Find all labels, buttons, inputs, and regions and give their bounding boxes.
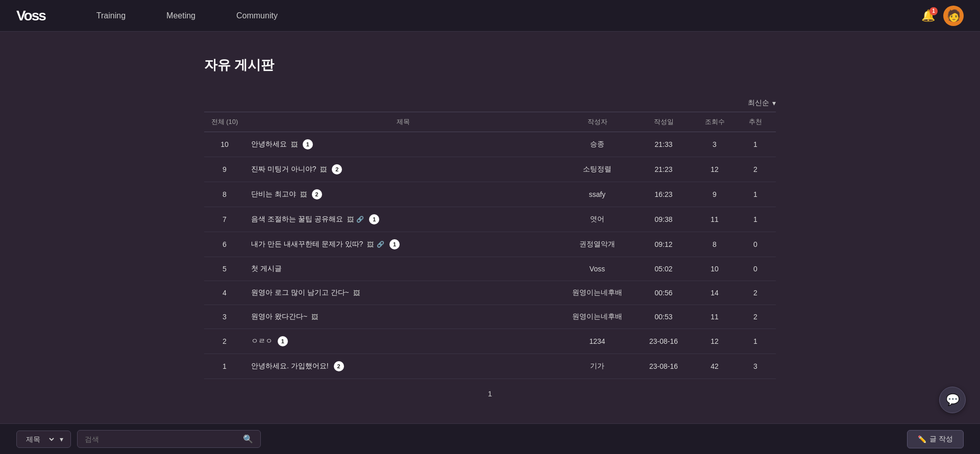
navbar: Voss Training Meeting Community 🔔 1 🧑 [0,0,980,32]
cell-likes: 1 [735,207,776,232]
image-icon: 🖼 [347,216,354,223]
notification-bell[interactable]: 🔔 1 [921,9,935,22]
table-row[interactable]: 3원영아 왔다간다~ 🖼원영이는네후배00:53112 [204,305,776,329]
nav-link-training[interactable]: Training [76,0,146,32]
table-row[interactable]: 10안녕하세요 🖼 1승종21:3331 [204,132,776,157]
sort-label: 최신순 [748,98,769,108]
cell-num: 2 [204,329,245,354]
cell-date: 09:38 [633,207,694,232]
cell-title[interactable]: 단비는 최고야 🖼 2 [245,182,561,207]
cell-author: 원영이는네후배 [561,281,633,305]
col-header-date: 작성일 [633,112,694,132]
image-icon: 🖼 [300,191,307,198]
cell-num: 6 [204,232,245,257]
cell-title[interactable]: 원영아 왔다간다~ 🖼 [245,305,561,329]
comment-badge: 2 [332,164,342,174]
cell-author: 권정열악개 [561,232,633,257]
comment-badge: 2 [312,189,322,199]
image-icon: 🖼 [291,141,298,148]
cell-num: 1 [204,354,245,379]
comment-badge: 1 [303,139,313,149]
cell-date: 09:12 [633,232,694,257]
cell-date: 05:02 [633,257,694,281]
cell-date: 21:23 [633,157,694,182]
cell-num: 4 [204,281,245,305]
chat-fab-button[interactable]: 💬 [939,387,966,413]
filter-dropdown[interactable]: 제목 내용 작성자 [24,435,56,444]
board-table: 전체 (10) 제목 작성자 작성일 조회수 추천 10안녕하세요 🖼 1승종2… [204,112,776,379]
cell-title[interactable]: 진짜 미팅거 아니야? 🖼 2 [245,157,561,182]
table-row[interactable]: 4원영아 로그 많이 남기고 간다~ 🖼원영이는네후배00:56142 [204,281,776,305]
link-icon: 🔗 [356,216,364,223]
cell-title[interactable]: 안녕하세요. 가입했어요! 2 [245,354,561,379]
table-row[interactable]: 8단비는 최고야 🖼 2ssafy16:2391 [204,182,776,207]
image-icon: 🖼 [311,313,318,321]
cell-views: 11 [694,305,735,329]
col-header-views: 조회수 [694,112,735,132]
cell-likes: 3 [735,354,776,379]
cell-num: 10 [204,132,245,157]
cell-likes: 1 [735,132,776,157]
chevron-down-icon: ▾ [60,435,63,443]
cell-num: 8 [204,182,245,207]
sort-select[interactable]: 최신순 ▾ [748,98,776,108]
search-icon: 🔍 [243,434,253,444]
cell-author: 승종 [561,132,633,157]
cell-num: 7 [204,207,245,232]
col-header-title: 제목 [245,112,561,132]
table-row[interactable]: 5첫 게시글Voss05:02100 [204,257,776,281]
cell-title[interactable]: ㅇㄹㅇ 1 [245,329,561,354]
write-label: 글 작성 [929,435,953,444]
cell-title[interactable]: 안녕하세요 🖼 1 [245,132,561,157]
cell-num: 3 [204,305,245,329]
cell-views: 9 [694,182,735,207]
cell-author: 소팅정렬 [561,157,633,182]
cell-date: 23-08-16 [633,354,694,379]
cell-views: 42 [694,354,735,379]
cell-author: 엿어 [561,207,633,232]
cell-views: 10 [694,257,735,281]
nav-right: 🔔 1 🧑 [921,6,964,26]
table-row[interactable]: 6내가 만든 내새꾸한테 문제가 있따? 🖼 🔗 1권정열악개09:1280 [204,232,776,257]
cell-date: 21:33 [633,132,694,157]
table-row[interactable]: 7음색 조절하는 꿀팁 공유해요 🖼 🔗 1엿어09:38111 [204,207,776,232]
cell-author: 기가 [561,354,633,379]
nav-links: Training Meeting Community [76,0,921,32]
cell-views: 12 [694,329,735,354]
cell-likes: 1 [735,329,776,354]
cell-author: ssafy [561,182,633,207]
write-button[interactable]: ✏️ 글 작성 [907,430,964,448]
cell-title[interactable]: 첫 게시글 [245,257,561,281]
cell-title[interactable]: 원영아 로그 많이 남기고 간다~ 🖼 [245,281,561,305]
cell-likes: 2 [735,157,776,182]
search-filter-select[interactable]: 제목 내용 작성자 ▾ [16,431,71,448]
logo[interactable]: Voss [16,8,45,24]
nav-link-community[interactable]: Community [216,0,298,32]
notification-badge: 1 [929,7,938,15]
chevron-down-icon: ▾ [772,99,776,107]
table-row[interactable]: 9진짜 미팅거 아니야? 🖼 2소팅정렬21:23122 [204,157,776,182]
cell-num: 9 [204,157,245,182]
user-avatar[interactable]: 🧑 [943,6,964,26]
image-icon: 🖼 [367,241,374,248]
search-input-wrap: 🔍 [77,430,261,448]
cell-likes: 1 [735,182,776,207]
image-icon: 🖼 [353,289,360,297]
table-row[interactable]: 2ㅇㄹㅇ 1123423-08-16121 [204,329,776,354]
cell-title[interactable]: 음색 조절하는 꿀팁 공유해요 🖼 🔗 1 [245,207,561,232]
table-row[interactable]: 1안녕하세요. 가입했어요! 2기가23-08-16423 [204,354,776,379]
cell-title[interactable]: 내가 만든 내새꾸한테 문제가 있따? 🖼 🔗 1 [245,232,561,257]
cell-likes: 0 [735,232,776,257]
search-input[interactable] [85,435,239,443]
cell-views: 14 [694,281,735,305]
cell-date: 00:53 [633,305,694,329]
page-number[interactable]: 1 [488,389,492,398]
cell-author: 원영이는네후배 [561,305,633,329]
cell-date: 00:56 [633,281,694,305]
nav-link-meeting[interactable]: Meeting [146,0,216,32]
main-content: 자유 게시판 최신순 ▾ 전체 (10) 제목 작성자 작성일 조회수 추천 1… [184,32,796,454]
cell-views: 11 [694,207,735,232]
cell-views: 3 [694,132,735,157]
comment-badge: 1 [389,239,400,249]
cell-views: 8 [694,232,735,257]
